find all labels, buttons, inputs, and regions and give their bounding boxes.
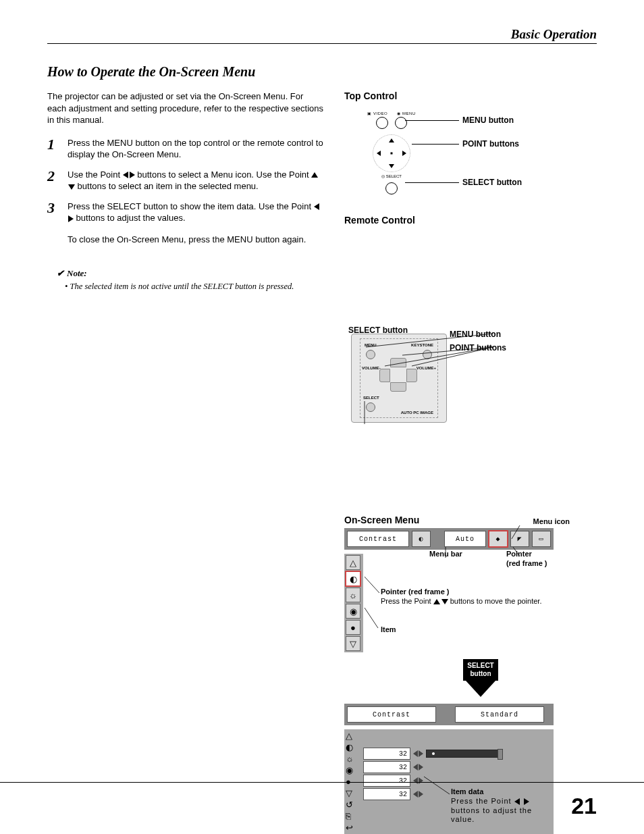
auto-cell: Auto	[444, 531, 486, 547]
up-icon: △	[346, 555, 360, 570]
item-data-text: Press the Point buttons to adjust the va…	[451, 797, 532, 824]
menu-label: MENU	[365, 343, 377, 347]
left-arrow-icon	[123, 172, 128, 178]
section-header: Basic Operation	[47, 27, 597, 44]
intro-text: The projector can be adjusted or set via…	[47, 90, 324, 126]
volume-plus-label: VOLUME+	[417, 366, 436, 370]
step-number: 1	[47, 137, 59, 161]
color-icon: ◉	[346, 765, 362, 775]
down-icon: ▽	[346, 788, 362, 798]
select-button	[366, 402, 375, 412]
down-arrow-icon	[68, 184, 75, 190]
autopc-label: AUTO PC IMAGE	[401, 411, 433, 415]
value-box: 32	[363, 761, 410, 773]
step-body: Use the Point buttons to select a Menu i…	[68, 169, 324, 192]
slider	[426, 750, 502, 758]
menu-label: ◉ MENU	[397, 111, 415, 115]
value-box: 32	[363, 775, 410, 787]
point-buttons-label: POINT buttons	[450, 343, 506, 353]
page-number: 21	[571, 793, 597, 819]
menu-button-label: MENU button	[462, 115, 514, 125]
adjust-arrows	[413, 764, 423, 771]
color-icon: ◉	[346, 604, 360, 619]
page-title: How to Operate the On-Screen Menu	[47, 64, 597, 80]
standard-cell: Standard	[455, 706, 544, 723]
down-button	[390, 382, 406, 392]
remote-control-caption: Remote Control	[344, 215, 597, 226]
step-body: Press the SELECT button to show the item…	[68, 201, 324, 257]
dpad	[373, 134, 410, 172]
select-arrow: SELECT button	[365, 659, 597, 697]
brightness-icon: ☼	[346, 754, 362, 764]
tint-icon: ●	[346, 620, 360, 635]
reset-icon: ↺	[346, 800, 362, 810]
brightness-icon: ☼	[346, 588, 360, 602]
step-1: 1 Press the MENU button on the top contr…	[47, 137, 324, 161]
up-arrow-icon	[311, 172, 318, 178]
item-label: Item	[381, 625, 396, 635]
right-arrow-icon	[130, 172, 135, 178]
step-2: 2 Use the Point buttons to select a Menu…	[47, 169, 324, 192]
menu-icon-4: ▭	[532, 531, 551, 547]
value-row: 32	[363, 775, 552, 787]
check-icon: ✔	[57, 268, 64, 278]
osm-caption: On-Screen Menu	[344, 515, 419, 525]
menu-button	[366, 350, 375, 359]
menu-icon-label: Menu icon	[533, 517, 570, 525]
store-icon: ⎘	[346, 811, 362, 821]
svg-line-8	[365, 577, 379, 593]
quit-icon: ↩	[346, 823, 362, 833]
remote-control-diagram: MENU button POINT buttons MENU KEYSTONE …	[344, 325, 597, 440]
menu-bar: Contrast ◐ Auto ◆ ◤ ▭	[344, 528, 554, 550]
adjust-arrows	[413, 791, 423, 798]
right-arrow-icon	[68, 215, 74, 222]
video-label: ▣ VIDEO	[367, 111, 387, 115]
top-control-caption: Top Control	[344, 90, 597, 101]
item-data-title: Item data	[451, 787, 552, 797]
volume-minus-label: VOLUME-	[362, 366, 381, 370]
adjust-arrows	[413, 777, 423, 784]
select-button	[385, 182, 398, 194]
menu-bar-2: Contrast Standard	[344, 704, 554, 725]
menu-icon-3: ◤	[510, 531, 529, 547]
step-number: 2	[47, 169, 59, 192]
left-arrow-icon	[314, 203, 319, 210]
contrast-cell: Contrast	[347, 706, 436, 723]
value-row: 32	[363, 748, 552, 760]
value-row: 32	[363, 761, 552, 773]
step-number: 3	[47, 201, 59, 257]
keystone-label: KEYSTONE	[411, 343, 433, 347]
select-label: ◎ SELECT	[358, 174, 425, 178]
value-box: 32	[363, 748, 410, 760]
contrast-icon: ◐	[346, 571, 360, 586]
pointer-instruction: Press the Point buttons to move the poin…	[381, 597, 541, 605]
menu-icon-1: ◐	[412, 531, 431, 547]
side-panel: △ ◐ ☼ ◉ ● ▽	[344, 554, 363, 652]
adjust-arrows	[413, 750, 423, 757]
up-button	[390, 358, 406, 367]
up-icon: △	[346, 731, 362, 741]
down-arrow-icon	[466, 681, 495, 697]
top-control-diagram: ▣ VIDEO◉ MENU ◎ SELECT MENU button POINT…	[344, 107, 597, 201]
step-3: 3 Press the SELECT button to show the it…	[47, 201, 324, 257]
value-box: 32	[363, 788, 410, 800]
svg-line-9	[365, 608, 378, 628]
note-text: • The selected item is not active until …	[65, 282, 324, 292]
down-icon: ▽	[346, 636, 360, 651]
contrast-cell: Contrast	[347, 531, 409, 547]
right-button	[406, 369, 417, 382]
pointer-red-frame-title: Pointer (red frame )	[381, 588, 541, 597]
contrast-icon: ◐	[346, 742, 362, 752]
menu-button	[395, 117, 407, 129]
point-buttons-label: POINT buttons	[462, 139, 519, 149]
menu-icon-2: ◆	[489, 531, 508, 547]
left-button	[379, 369, 390, 382]
select-label: SELECT	[363, 396, 379, 400]
keystone-button	[423, 350, 432, 359]
note-heading: ✔Note:	[57, 268, 324, 279]
select-button-box: SELECT button	[463, 659, 498, 681]
menu-button-label: MENU button	[450, 330, 501, 339]
select-button-label: SELECT button	[462, 178, 522, 187]
video-button	[376, 117, 388, 129]
step-body: Press the MENU button on the top control…	[68, 137, 324, 161]
